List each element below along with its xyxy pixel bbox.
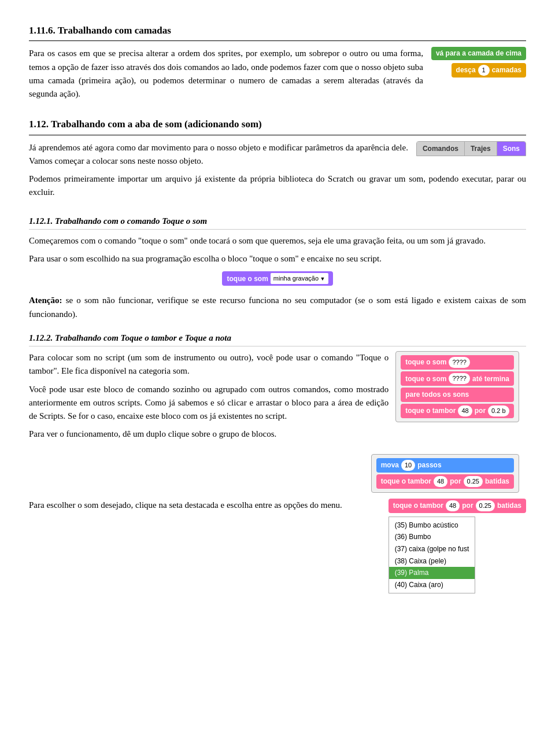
- section-112-body: Comandos Trajes Sons Já aprendemos até a…: [29, 141, 526, 204]
- s1122-text-left2: [29, 452, 364, 465]
- drum-menu: (35) Bumbo acústico (36) Bumbo (37) caix…: [388, 517, 476, 594]
- scratch-tab-bar: Comandos Trajes Sons: [416, 141, 526, 157]
- block-toque-tambor-1: toque o tambor 48 por 0.2 b: [401, 404, 514, 418]
- toque-o-som-block: toque o som minha gravação: [222, 271, 332, 286]
- heading-1116: 1.11.6. Trabalhando com camadas: [29, 23, 526, 41]
- block-mova: mova 10 passos: [376, 458, 514, 473]
- s1122-p3: Para ver o funcionamento, dê um duplo cl…: [29, 427, 388, 441]
- s1122-blocks-right-2: mova 10 passos toque o tambor 48 por 0.2…: [371, 454, 519, 493]
- s1121-p2: Para usar o som escolhido na sua program…: [29, 252, 526, 265]
- s1122-bottom: toque o tambor 48 por 0.25 batidas (35) …: [29, 499, 526, 594]
- tab-comandos: Comandos: [417, 142, 465, 156]
- s1121-block-demo: toque o som minha gravação: [29, 271, 526, 286]
- menu-item-39[interactable]: (39) Palma: [389, 567, 475, 579]
- s1121-p3: Atenção: se o som não funcionar, verifiq…: [29, 294, 526, 321]
- menu-item-36[interactable]: (36) Bumbo: [389, 531, 475, 543]
- btn-camada-cima: vá para a camada de cima: [431, 47, 526, 60]
- tab-sons: Sons: [497, 142, 526, 156]
- scratch-panel-1: toque o som ???? toque o som ???? até te…: [395, 351, 519, 422]
- block-pare-sons: pare todos os sons: [401, 388, 514, 402]
- scratch-panel-2: mova 10 passos toque o tambor 48 por 0.2…: [371, 454, 519, 493]
- heading-1122: 1.12.2. Trabalhando com Toque o tambor e…: [29, 331, 526, 346]
- s1122-p2: Você pode usar este bloco de comando soz…: [29, 383, 388, 423]
- s1122-first-block: Para colocar som no script (um som de in…: [29, 351, 526, 446]
- block-toque-tambor-3: toque o tambor 48 por 0.25 batidas: [388, 499, 526, 513]
- s1122-text-left: Para colocar som no script (um som de in…: [29, 351, 388, 446]
- block-toque-som-1: toque o som ????: [401, 355, 514, 370]
- block-toque-som-2: toque o som ???? até termina: [401, 371, 514, 386]
- tab-trajes: Trajes: [465, 142, 497, 156]
- s1121-p1: Começaremos com o comando "toque o som" …: [29, 234, 526, 248]
- menu-item-35[interactable]: (35) Bumbo acústico: [389, 519, 475, 532]
- s1122-blocks-right-1: toque o som ???? toque o som ???? até te…: [395, 351, 519, 422]
- block-toque-tambor-2: toque o tambor 48 por 0.25 batidas: [376, 474, 514, 489]
- camadas-buttons: vá para a camada de cima desça 1 camadas: [431, 47, 526, 78]
- section-1116-body: vá para a camada de cima desça 1 camadas…: [29, 47, 526, 105]
- s112-p2: Podemos primeiramente importar um arquiv…: [29, 172, 526, 200]
- btn-camada-descer: desça 1 camadas: [452, 63, 526, 78]
- menu-item-37[interactable]: (37) caixa (golpe no fust: [389, 543, 475, 555]
- s1122-bottom-right: toque o tambor 48 por 0.25 batidas (35) …: [388, 499, 526, 594]
- s1122-p1: Para colocar som no script (um som de in…: [29, 351, 388, 378]
- heading-112: 1.12. Trabalhando com a aba de som (adic…: [29, 117, 526, 135]
- heading-1121: 1.12.1. Trabalhando com o comando Toque …: [29, 215, 526, 230]
- menu-item-40[interactable]: (40) Caixa (aro): [389, 579, 475, 591]
- menu-item-38[interactable]: (38) Caixa (pele): [389, 555, 475, 567]
- s1122-second-block: mova 10 passos toque o tambor 48 por 0.2…: [29, 452, 526, 493]
